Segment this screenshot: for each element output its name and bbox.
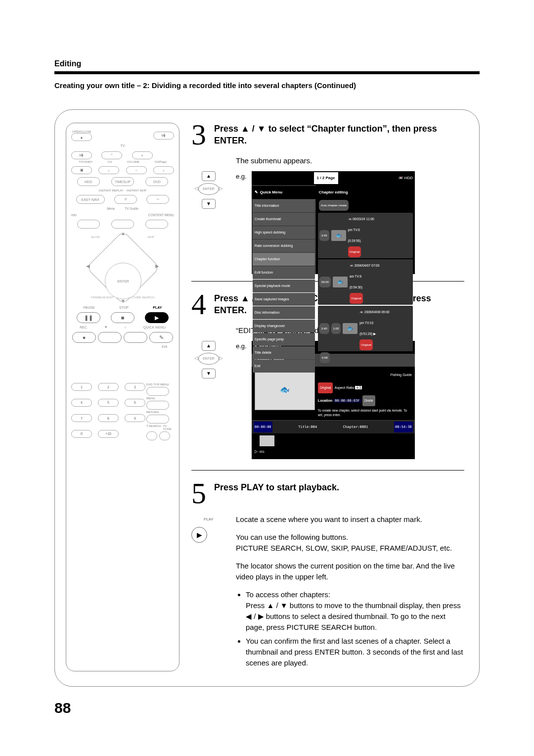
step3-subtext: The submenu appears. bbox=[236, 155, 464, 166]
card-cut: 1:00 bbox=[331, 323, 341, 334]
timeslip-button[interactable]: TIMESLIP bbox=[111, 177, 134, 186]
osd1-page: 1 / 2 Page bbox=[314, 172, 338, 184]
thumbnail-strip: ▷ 001 bbox=[252, 433, 415, 459]
tvguide-label: TV Guide bbox=[125, 207, 138, 210]
main-frame: OPEN/CLOSE ▲ I/ɸ TV I/ɸ ⌃ + TV/VIDEO CH … bbox=[54, 109, 480, 687]
qm-item[interactable]: Exit bbox=[253, 360, 315, 373]
power-button[interactable]: I/ɸ bbox=[153, 132, 174, 140]
tv-video-button[interactable]: ▣ bbox=[71, 166, 92, 174]
title-card[interactable]: 2:40 1:00 🐟 📼 2006/04/08 09:00 pm TV:10 … bbox=[318, 306, 413, 351]
stop-label: STOP bbox=[119, 306, 129, 309]
content-menu-button[interactable] bbox=[145, 220, 168, 229]
num-4[interactable]: 4 bbox=[71, 399, 92, 407]
return-label: RETURN bbox=[146, 411, 159, 414]
num-2[interactable]: 2 bbox=[98, 383, 119, 391]
vol-label: VOLUME bbox=[127, 160, 139, 163]
card-cut: 2:40 bbox=[319, 323, 329, 334]
info-label: Info bbox=[71, 213, 77, 217]
play-button[interactable]: ▶ bbox=[145, 312, 169, 323]
step-4-number: 4 bbox=[191, 292, 212, 316]
qm-item[interactable]: Edit functon bbox=[253, 266, 315, 279]
qm-item[interactable]: Rate conversion dubbing bbox=[253, 239, 315, 252]
num-8[interactable]: 8 bbox=[98, 414, 119, 422]
eg-label-1: e.g. bbox=[236, 173, 247, 180]
num-plus10[interactable]: +10 bbox=[98, 430, 119, 438]
osd1-hdd: 📼 HDD bbox=[398, 173, 413, 184]
qm-item[interactable]: Title information bbox=[253, 199, 315, 212]
step-5-title: Press PLAY to start playback. bbox=[214, 481, 339, 505]
rec-button[interactable]: ● bbox=[72, 332, 96, 343]
content-menu-label: CONTENT MENU bbox=[148, 213, 174, 217]
vol-up-button[interactable]: + bbox=[132, 151, 153, 159]
tvcode-button[interactable] bbox=[159, 431, 170, 440]
dvd-top-menu-button[interactable] bbox=[146, 387, 169, 396]
step-5: 5 Press PLAY to start playback. bbox=[191, 481, 464, 505]
eject-button[interactable]: ▲ bbox=[71, 133, 92, 141]
up-key-icon: ▲ bbox=[202, 341, 216, 351]
ch-down-button[interactable]: ⌄ bbox=[98, 166, 119, 174]
enter-button[interactable]: ENTER bbox=[105, 263, 141, 299]
qm-item[interactable]: Display changeover bbox=[253, 320, 315, 332]
chpage-label: CH/Page bbox=[154, 160, 166, 163]
qm-item[interactable]: High speed dubbing bbox=[253, 226, 315, 239]
osd2-title-name: Fishing Guide bbox=[318, 370, 412, 380]
down-key-icon: ▼ bbox=[202, 199, 216, 209]
quickmenu-button[interactable]: ✎ bbox=[149, 332, 173, 343]
aux-button[interactable] bbox=[124, 332, 147, 343]
dpad-down[interactable]: ▼ bbox=[121, 298, 126, 304]
qm-item[interactable]: Create thumbnail bbox=[253, 213, 315, 226]
return-button[interactable] bbox=[146, 415, 169, 424]
location-tc: 00:00:00:03F bbox=[333, 399, 361, 403]
instant-skip-button[interactable]: ⤳ bbox=[146, 195, 169, 204]
qm-item-selected[interactable]: Chapter function bbox=[253, 253, 315, 266]
divide-tag[interactable]: Divide bbox=[362, 395, 375, 406]
info-button[interactable] bbox=[77, 220, 100, 229]
menu2-button[interactable] bbox=[146, 401, 169, 410]
fav-button[interactable] bbox=[98, 332, 122, 343]
easy-navi-button[interactable]: EASY NAVI bbox=[76, 195, 105, 204]
quick-menu-osd: 1 / 2 Page 📼 HDD ✎Quick Menu Title infor… bbox=[252, 171, 415, 270]
hdd-button[interactable]: HDD bbox=[77, 177, 100, 186]
qm-item[interactable]: Title delete bbox=[253, 346, 315, 359]
dpad-up[interactable]: ▲ bbox=[121, 231, 126, 236]
quick-menu-list: ✎Quick Menu Title information Create thu… bbox=[252, 185, 316, 274]
ch-up-button[interactable]: ⌃ bbox=[101, 151, 122, 159]
title-card[interactable]: 3:45 🐟 📼 06/03/24 11:00 pm TV:6 (0:29:50… bbox=[318, 213, 413, 258]
strip-thumb[interactable] bbox=[260, 435, 274, 446]
eg-label-2: e.g. bbox=[236, 342, 247, 350]
dpad: SLOW SKIP FRAME/ADJUST PICTURE SEARCH EN… bbox=[88, 233, 157, 302]
stop-button[interactable]: ■ bbox=[111, 312, 134, 323]
num-9[interactable]: 9 bbox=[125, 414, 145, 422]
vol-down-button[interactable]: − bbox=[126, 166, 147, 174]
num-1[interactable]: 1 bbox=[71, 383, 92, 391]
preview-box: 🐟 bbox=[255, 370, 315, 410]
dvd-button[interactable]: DVD bbox=[145, 177, 168, 186]
num-0[interactable]: 0 bbox=[71, 430, 92, 438]
qm-item[interactable]: Save captured images bbox=[253, 293, 315, 306]
enter-key-icon: ENTER bbox=[198, 353, 219, 365]
tsearch-button[interactable] bbox=[146, 431, 157, 440]
qm-item[interactable]: Disc information bbox=[253, 306, 315, 319]
card-thumb-icon: 🐟 bbox=[333, 277, 348, 287]
pause-button[interactable]: ❚❚ bbox=[77, 312, 100, 323]
num-6[interactable]: 6 bbox=[125, 399, 145, 407]
s5-bullet-2: You can confirm the first and last scene… bbox=[246, 636, 464, 668]
chpage-button[interactable]: ⌄ bbox=[153, 166, 174, 174]
menu-button[interactable] bbox=[111, 220, 134, 229]
qm-item[interactable]: Special playback mode bbox=[253, 280, 315, 292]
instant-replay-button[interactable]: ↺ bbox=[114, 195, 137, 204]
tc-title: Title:004 bbox=[298, 422, 317, 432]
tv-power-button[interactable]: I/ɸ bbox=[71, 151, 92, 159]
num-7[interactable]: 7 bbox=[71, 414, 92, 422]
dpad-left[interactable]: ◀ bbox=[86, 263, 90, 269]
qm-item[interactable]: Specific page jump bbox=[253, 333, 315, 346]
auto-chapter-chip: Auto chapter create bbox=[319, 200, 349, 211]
dpad-right[interactable]: ▶ bbox=[155, 263, 159, 269]
heavy-rule bbox=[54, 71, 480, 74]
enter-widget: ▲ ◁ENTER▷ ▼ bbox=[191, 341, 226, 380]
num-3[interactable]: 3 bbox=[125, 383, 145, 391]
title-card[interactable]: 09:00 🐟 📼 2006/04/07 07:00 am TV:8 (0:54… bbox=[318, 259, 413, 305]
strip-label: 001 bbox=[260, 446, 274, 457]
s5-p2: You can use the following buttons. bbox=[236, 532, 464, 543]
num-5[interactable]: 5 bbox=[98, 399, 119, 407]
